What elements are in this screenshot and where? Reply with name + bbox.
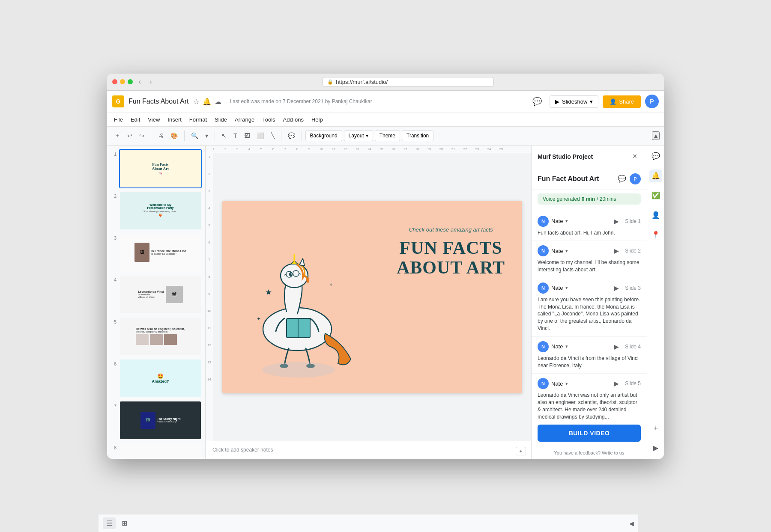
voice-avatar-4: N <box>538 341 549 352</box>
zoom-dropdown[interactable]: ▾ <box>202 130 211 141</box>
share-label: Share <box>619 98 634 105</box>
project-header: Fun Fact About Art 💬 P <box>532 168 647 190</box>
forward-button[interactable]: › <box>147 77 154 86</box>
doc-title[interactable]: Fun Facts About Art <box>128 98 189 105</box>
slide-thumb-6-wrap: 6 🤩 Amazed? <box>111 359 202 398</box>
voice-dropdown-5[interactable]: ▾ <box>565 381 568 386</box>
comment-button[interactable]: 💬 <box>529 95 545 108</box>
project-avatar: P <box>630 173 641 184</box>
maximize-button[interactable] <box>128 79 133 84</box>
ruler-mark: 12 <box>339 147 351 151</box>
voice-slide-3-header: N Nate ▾ ▶ Slide 3 <box>538 282 641 294</box>
slide-main[interactable]: ★ ✦ ✧ Check out these amazin <box>222 201 522 393</box>
app-header: G Fun Facts About Art ☆ 🔔 ☁ Last edit wa… <box>107 91 664 113</box>
voice-slide-item-3: N Nate ▾ ▶ Slide 3 I am sure you have se… <box>532 278 647 337</box>
side-icon-chat[interactable]: 💬 <box>649 150 662 163</box>
print-tool[interactable]: 🖨 <box>155 130 167 141</box>
slide-thumbnail-5[interactable]: He was also an engineer, scientist, theo… <box>119 317 202 356</box>
redo-tool[interactable]: ↪ <box>136 130 147 141</box>
play-button-4[interactable]: ▶ <box>611 342 622 352</box>
cloud-icon[interactable]: ☁ <box>215 98 221 106</box>
layout-button[interactable]: Layout ▾ <box>344 130 373 141</box>
doc-icons: ☆ 🔔 ☁ <box>193 98 221 106</box>
side-icon-notification[interactable]: 🔔 <box>649 169 662 182</box>
voice-min: 0 min <box>582 196 595 202</box>
divider-5 <box>302 131 302 141</box>
slide-thumbnail-6[interactable]: 🤩 Amazed? <box>119 359 202 398</box>
bell-icon[interactable]: 🔔 <box>203 98 211 106</box>
text-tool[interactable]: T <box>230 130 240 141</box>
build-video-button[interactable]: BUILD VIDEO <box>538 425 641 442</box>
slide-thumbnail-2[interactable]: Welcome to My Presentation Party I'll be… <box>119 191 202 230</box>
voice-dropdown-2[interactable]: ▾ <box>565 248 568 254</box>
play-button-3[interactable]: ▶ <box>611 283 622 293</box>
play-button-5[interactable]: ▶ <box>611 378 622 389</box>
side-icon-expand[interactable]: ▶ <box>649 442 662 455</box>
menu-view[interactable]: View <box>144 115 163 125</box>
menu-edit[interactable]: Edit <box>127 115 143 125</box>
panel-close-button[interactable]: × <box>629 151 641 163</box>
slide-thumbnail-8[interactable]: Vincent van Gogh sold only one artwork i… <box>119 443 202 459</box>
side-icon-tasks[interactable]: ✅ <box>649 189 662 202</box>
chat-icon[interactable]: 💬 <box>618 175 626 183</box>
slide-thumbnail-3[interactable]: 🖼 In France, the Mona Lisa is called "La… <box>119 233 202 272</box>
add-slide-note-button[interactable]: + <box>516 447 526 455</box>
image-tool[interactable]: 🖼 <box>241 130 253 141</box>
menu-format[interactable]: Format <box>186 115 210 125</box>
main-content: 1 Fun Facts About Art 🦄 2 <box>107 146 664 459</box>
share-button[interactable]: 👤 Share <box>603 95 641 108</box>
select-tool[interactable]: ↖ <box>218 130 230 141</box>
slide-thumbnail-1[interactable]: Fun Facts About Art 🦄 <box>119 149 202 188</box>
slide-thumb-5-wrap: 5 He was also an engineer, scientist, th… <box>111 317 202 356</box>
svg-text:✦: ✦ <box>257 316 261 322</box>
user-avatar[interactable]: P <box>645 95 659 108</box>
menu-file[interactable]: File <box>111 115 126 125</box>
voice-name-3: Nate <box>551 285 563 291</box>
slide-thumb-1-wrap: 1 Fun Facts About Art 🦄 <box>111 149 202 188</box>
address-bar[interactable]: 🔒 https://murf.ai/studio/ <box>323 77 494 87</box>
menu-tools[interactable]: Tools <box>259 115 278 125</box>
voice-dropdown-3[interactable]: ▾ <box>565 285 568 291</box>
slide-number-1: 1 <box>111 149 117 157</box>
background-button[interactable]: Background <box>305 130 342 141</box>
slide-thumbnail-4[interactable]: Leonardo da Vinci is from the village of… <box>119 275 202 314</box>
slide-canvas[interactable]: ★ ✦ ✧ Check out these amazin <box>213 153 531 441</box>
menu-insert[interactable]: Insert <box>164 115 185 125</box>
collapse-toolbar-button[interactable]: ▲ <box>652 131 660 140</box>
feedback-text: You have a feedback? Write to us <box>532 447 647 459</box>
back-button[interactable]: ‹ <box>136 77 143 86</box>
transition-button[interactable]: Transition <box>402 130 433 141</box>
speaker-notes[interactable]: Click to add speaker notes + <box>206 441 531 459</box>
comment-tool[interactable]: 💬 <box>285 130 298 141</box>
theme-button[interactable]: Theme <box>375 130 400 141</box>
menu-help[interactable]: Help <box>308 115 326 125</box>
zoom-tool[interactable]: 🔍 <box>188 130 201 141</box>
slide-thumb-4-wrap: 4 Leonardo da Vinci is from the village … <box>111 275 202 314</box>
slide-subtitle: Check out these amazing art facts <box>397 226 505 233</box>
ruler-v-mark: 2 <box>208 172 210 189</box>
share-person-icon: 👤 <box>610 98 616 105</box>
play-button-2[interactable]: ▶ <box>611 246 622 256</box>
slideshow-button[interactable]: ▶ Slideshow ▾ <box>550 95 598 108</box>
shape-tool[interactable]: ⬜ <box>254 130 267 141</box>
menu-arrange[interactable]: Arrange <box>231 115 258 125</box>
paint-tool[interactable]: 🎨 <box>167 130 181 141</box>
menu-slide[interactable]: Slide <box>211 115 230 125</box>
voice-avatar-3: N <box>538 282 549 294</box>
close-button[interactable] <box>112 79 117 84</box>
speaker-notes-placeholder: Click to add speaker notes <box>212 447 273 453</box>
voice-dropdown-1[interactable]: ▾ <box>565 218 568 224</box>
side-icon-add[interactable]: ＋ <box>649 422 662 435</box>
play-button-1[interactable]: ▶ <box>611 216 622 226</box>
menu-addons[interactable]: Add-ons <box>280 115 307 125</box>
slide-thumb-7-wrap: 7 🌃 The Starry Night Vincent van Gogh <box>111 401 202 440</box>
undo-tool[interactable]: ↩ <box>124 130 135 141</box>
voice-dropdown-4[interactable]: ▾ <box>565 344 568 349</box>
minimize-button[interactable] <box>120 79 125 84</box>
star-icon[interactable]: ☆ <box>193 98 199 106</box>
line-tool[interactable]: ╲ <box>268 130 278 141</box>
side-icon-people[interactable]: 👤 <box>649 209 662 222</box>
slide-thumbnail-7[interactable]: 🌃 The Starry Night Vincent van Gogh <box>119 401 202 440</box>
side-icon-map[interactable]: 📍 <box>649 229 662 241</box>
add-tool[interactable]: ＋ <box>111 130 123 142</box>
